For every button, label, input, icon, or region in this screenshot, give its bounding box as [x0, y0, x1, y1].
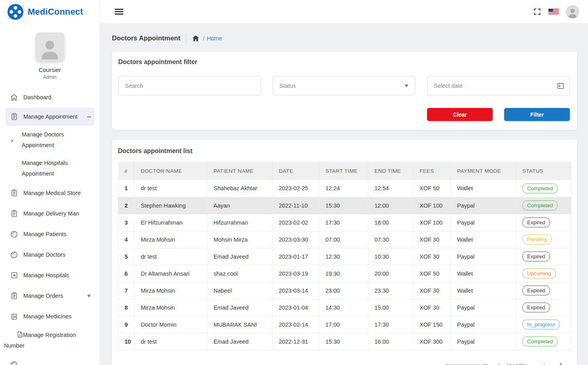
cell-payment: Paypal: [451, 248, 516, 265]
cell-start: 23:00: [319, 282, 368, 299]
sidebar-item-manage-appointment[interactable]: Manage Appointment–: [6, 108, 94, 126]
page-head: Doctors Appointment / Home: [112, 33, 577, 43]
cell-status: Completed: [516, 197, 571, 214]
breadcrumb-separator: /: [203, 35, 204, 42]
cell-fees: XOF 50: [413, 180, 451, 197]
hospital-icon: [10, 271, 18, 280]
account-avatar[interactable]: [566, 5, 579, 19]
cell-num: 9: [118, 316, 134, 333]
cell-status: Pending: [516, 231, 571, 248]
column-header: PATIENT NAME: [207, 162, 272, 180]
breadcrumb-home-link[interactable]: Home: [207, 35, 222, 42]
main-content: Doctors Appointment / Home Doctors appoi…: [100, 24, 588, 365]
cell-date: 2023-01-17: [272, 248, 319, 265]
cell-doctor: Er Hifzurrahman: [134, 214, 207, 231]
cell-payment: Wallet: [451, 180, 516, 197]
cell-patient: shaz cool: [207, 265, 272, 282]
hamburger-menu-icon[interactable]: [115, 8, 123, 16]
date-field: [427, 76, 570, 95]
sidebar-item-manage-medical-store[interactable]: Manage Medical Store: [0, 183, 100, 203]
face-icon: [10, 361, 18, 365]
cell-status: Upcoming: [516, 265, 571, 282]
page-title: Doctors Appointment: [112, 34, 180, 42]
status-badge: Expired: [522, 252, 550, 261]
table-row[interactable]: 9Doctor MominMUBARAK SANI2023-02-1417:00…: [118, 316, 571, 333]
column-header: STATUS: [516, 162, 571, 180]
cell-date: 2023-02-14: [272, 316, 319, 333]
sidebar-item-manage-hospitals-appointment[interactable]: Manage Hospitals Appointment: [0, 154, 100, 183]
column-header: #: [118, 162, 134, 180]
collapse-icon[interactable]: –: [87, 113, 94, 121]
table-row[interactable]: 8Mirza MohsinEmad Javeed2023-01-0414:301…: [118, 299, 571, 316]
table-row[interactable]: 4Mirza MohsinMohsin Mirza2023-03-3007:00…: [118, 231, 571, 248]
cell-doctor: Mirza Mohsin: [134, 231, 207, 248]
face-icon: [10, 230, 18, 238]
cell-status: Completed: [516, 180, 571, 197]
cell-end: 10:30: [368, 248, 413, 265]
cell-date: 2023-03-19: [272, 265, 319, 282]
status-badge: In_progress: [522, 320, 560, 329]
cell-num: 3: [118, 214, 134, 231]
cell-doctor: Dr Altamash Ansari: [134, 265, 207, 282]
profile-avatar[interactable]: [36, 32, 64, 61]
sidebar-item-manage-medicines[interactable]: Manage Medicines: [0, 306, 100, 327]
sidebar-item-manage-hospitals[interactable]: Manage Hospitals: [0, 265, 100, 286]
table-row[interactable]: 2Stephen HawkingAayan2022-11-1015:3012:0…: [118, 197, 571, 214]
sidebar-item-manage-doctors[interactable]: Manage Doctors: [0, 244, 100, 265]
cell-doctor: Stephen Hawking: [134, 197, 207, 214]
brand[interactable]: MediConnect: [0, 0, 100, 24]
cell-payment: Wallet: [451, 282, 516, 299]
search-field: [118, 76, 261, 95]
cell-num: 1: [118, 180, 134, 197]
table-row[interactable]: 6Dr Altamash Ansarishaz cool2023-03-1919…: [118, 265, 571, 282]
paginator-prev-button[interactable]: [539, 361, 548, 365]
sidebar-item-label: Manage Delivery Man: [23, 208, 79, 219]
sidebar-item-dashboard[interactable]: Dashboard: [0, 87, 100, 108]
sidebar-item-manage-patients[interactable]: Manage Patients: [0, 224, 100, 244]
cell-fees: XOF 30: [413, 248, 451, 265]
items-per-page-select[interactable]: Items per page: 10: [445, 363, 488, 365]
sidebar-item-manage-orders[interactable]: Manage Orders+: [0, 286, 100, 306]
cell-status: Expired: [516, 299, 571, 316]
table-row[interactable]: 3Er HifzurrahmanHifzurrahman2023-02-0217…: [118, 214, 571, 231]
fullscreen-icon[interactable]: [533, 8, 541, 16]
clear-button[interactable]: Clear: [427, 108, 493, 121]
table-row[interactable]: 1dr testShahebaz Akhtar2023-02-2512:2412…: [118, 180, 571, 197]
cell-payment: Wallet: [451, 265, 516, 282]
table-row[interactable]: 10dr testEmad Javeed2022-12-3115:3016:00…: [118, 333, 571, 350]
cell-payment: Paypal: [451, 214, 516, 231]
sidebar-item-manage-registration-number[interactable]: Manage Registration Number: [0, 327, 100, 354]
cell-end: 15:00: [368, 299, 413, 316]
paginator-next-button[interactable]: [557, 361, 565, 365]
clipboard-icon: [10, 210, 18, 218]
medicine-icon: [10, 312, 18, 321]
sidebar-menu: DashboardManage Appointment–›Manage Doct…: [0, 87, 100, 365]
search-input[interactable]: [119, 76, 261, 95]
cell-status: Completed: [516, 333, 571, 350]
table-row[interactable]: 7Mirza MohsinNabeel2023-03-1423:0023:30X…: [118, 282, 571, 299]
sidebar-item-manage-delivery-man[interactable]: Manage Delivery Man: [0, 203, 100, 224]
cell-num: 2: [118, 197, 134, 214]
home-icon[interactable]: [192, 34, 200, 42]
status-select[interactable]: Status: [273, 76, 416, 95]
date-input[interactable]: [427, 76, 557, 95]
table-row[interactable]: 5dr testEmad Javeed2023-01-1712:3010:30X…: [118, 248, 571, 265]
table-header-row: #DOCTOR NAMEPATIENT NAMEDATESTART TIMEEN…: [118, 162, 571, 180]
appointment-list-card: Doctors appointment list #DOCTOR NAMEPAT…: [112, 140, 577, 365]
cell-fees: XOF 30: [413, 282, 451, 299]
sidebar-item-label: Manage Doctors Appointment: [22, 129, 82, 151]
expand-icon[interactable]: +: [87, 292, 94, 300]
cell-payment: Paypal: [451, 316, 516, 333]
mediconnect-logo-icon: [7, 4, 24, 20]
language-flag-icon[interactable]: [548, 9, 559, 15]
cell-end: 20:00: [368, 265, 413, 282]
calendar-icon[interactable]: [557, 82, 565, 90]
cell-doctor: Mirza Mohsin: [134, 299, 207, 316]
filter-button[interactable]: Filter: [504, 108, 570, 121]
status-badge: Expired: [522, 286, 550, 295]
filter-card: Doctors appointment filter Status: [112, 51, 577, 130]
sidebar-item-manage-doctors-appointment[interactable]: ›Manage Doctors Appointment: [0, 126, 100, 154]
sidebar-item-item-12[interactable]: [0, 354, 100, 365]
clipboard-icon: [10, 113, 18, 121]
sidebar-profile: Coursier Admin: [0, 24, 100, 80]
